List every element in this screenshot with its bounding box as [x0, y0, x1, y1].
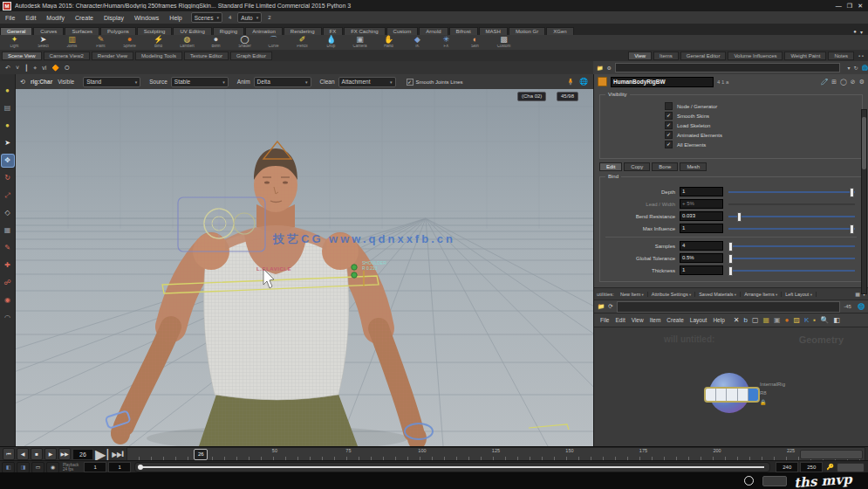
- timeline-ruler[interactable]: 25 50 75 100 125 150 175 200 225: [126, 447, 865, 461]
- auto-combobox[interactable]: Auto▾: [237, 12, 262, 23]
- slider-handle[interactable]: [728, 242, 733, 251]
- shelf-tool-button[interactable]: ▣ Camera: [345, 36, 374, 49]
- shelf-tool-button[interactable]: ⌒ Curve: [259, 36, 288, 49]
- panel-tab[interactable]: Modeling Tools: [135, 52, 182, 60]
- node-name-field[interactable]: HumanBodyRigBW: [611, 77, 714, 87]
- shelf-tool-button[interactable]: ▩ Custom: [489, 36, 518, 49]
- node-toolbar-icon[interactable]: 🔍: [820, 316, 829, 324]
- checkbox-icon[interactable]: [665, 131, 673, 139]
- shelf-tool-button[interactable]: ● Sphere: [115, 36, 144, 49]
- playback-button[interactable]: ▶▶: [58, 448, 71, 460]
- attribute-tab[interactable]: Bone: [652, 162, 678, 171]
- slider-track[interactable]: [728, 224, 855, 232]
- shelf-tab[interactable]: Surfaces: [65, 27, 99, 35]
- folder-icon[interactable]: 📁: [598, 303, 605, 310]
- shader-node[interactable]: InternalRig R8 🔒: [709, 373, 840, 418]
- folder-icon[interactable]: 📁: [597, 65, 604, 71]
- node-toolbar-icon[interactable]: ▪: [813, 316, 816, 324]
- node-toolbar-icon[interactable]: ▢: [752, 316, 759, 324]
- shelf-tab[interactable]: Motion Gr: [509, 27, 545, 35]
- visibility-option[interactable]: Smooth Skins: [665, 112, 858, 120]
- slider-track[interactable]: [728, 266, 855, 274]
- menu-item[interactable]: Display: [99, 15, 129, 21]
- window-button[interactable]: —: [836, 3, 842, 10]
- attribute-header-icon[interactable]: ◯: [840, 79, 847, 86]
- shelf-tab[interactable]: Polygons: [100, 27, 136, 35]
- viewport-combobox[interactable]: Stand▾: [83, 77, 140, 87]
- tool-button[interactable]: ▤: [2, 102, 14, 114]
- shelf-tab[interactable]: Rendering: [284, 27, 322, 35]
- panel-tab[interactable]: Graph Editor: [230, 52, 272, 60]
- attribute-header-icon[interactable]: ⊞: [831, 79, 837, 86]
- shelf-tool-button[interactable]: ◯ Shader: [230, 36, 259, 49]
- slider-value-field[interactable]: + 5%: [680, 199, 723, 209]
- tool-button[interactable]: ◉: [2, 294, 14, 306]
- checkbox-icon[interactable]: [665, 141, 673, 148]
- slider-value-field[interactable]: 1: [680, 265, 723, 275]
- node-menu-item[interactable]: Create: [666, 317, 684, 323]
- shelf-tool-button[interactable]: ✳ FX: [432, 36, 461, 49]
- tool-button[interactable]: ◇: [2, 207, 14, 219]
- viewport-pill-camera[interactable]: (Cha 02): [517, 92, 546, 101]
- tool-button[interactable]: ⤢: [2, 189, 14, 202]
- window-button[interactable]: ✕: [858, 3, 863, 10]
- menu-item[interactable]: Windows: [129, 15, 164, 21]
- checkbox-icon[interactable]: [665, 112, 673, 120]
- attribute-tab[interactable]: Mesh: [680, 162, 707, 171]
- slider-value-field[interactable]: 1: [680, 224, 723, 233]
- anim-end-field[interactable]: 250: [800, 462, 823, 472]
- toolbar-icon[interactable]: ˅: [16, 65, 19, 71]
- current-time-marker[interactable]: 26: [194, 449, 208, 460]
- shelf-tab[interactable]: UV Editing: [173, 27, 211, 35]
- tool-button[interactable]: ☍: [2, 277, 14, 289]
- playback-button[interactable]: ⏮: [3, 448, 15, 460]
- toolbar-icon[interactable]: ⌖: [33, 65, 37, 72]
- shelf-tab[interactable]: Custom: [386, 27, 419, 35]
- tool-button[interactable]: ●: [2, 120, 14, 132]
- shelf-tool-button[interactable]: ◆ IK: [403, 36, 432, 49]
- node-toolbar-icon[interactable]: ▨: [793, 316, 800, 324]
- shelf-tool-button[interactable]: ▥ Joints: [58, 36, 86, 49]
- globe-icon[interactable]: 🌐: [862, 65, 868, 71]
- playback-end-field[interactable]: 240: [776, 462, 798, 472]
- viewport-combobox[interactable]: Delta▾: [254, 77, 311, 87]
- node-menu-item[interactable]: Edit: [615, 317, 625, 323]
- toolbar-icon[interactable]: ┃: [24, 65, 28, 72]
- shelf-tool-button[interactable]: 💧 Drop: [317, 36, 345, 49]
- checkbox-icon[interactable]: [665, 102, 673, 110]
- viewport-combobox[interactable]: Attachment▾: [338, 77, 396, 87]
- scenes-combobox[interactable]: Scenes▾: [191, 12, 222, 23]
- shelf-tab[interactable]: Arnold: [419, 27, 448, 35]
- menu-item[interactable]: Edit: [20, 15, 41, 21]
- attribute-header-icon[interactable]: ⚙: [859, 79, 865, 86]
- bookmark-dropdown[interactable]: Left Layout: [782, 292, 817, 297]
- window-button[interactable]: ❐: [847, 3, 852, 10]
- slider-handle[interactable]: [728, 254, 733, 264]
- slider-handle[interactable]: [728, 266, 733, 276]
- slider-value-field[interactable]: 1: [680, 187, 723, 196]
- shelf-tab[interactable]: FX: [323, 27, 344, 35]
- panel-tab[interactable]: Texture Editor: [184, 52, 229, 60]
- toolbar-icon[interactable]: vi: [42, 65, 46, 71]
- toolbar-icon[interactable]: ⭘: [65, 65, 70, 72]
- panel-tab[interactable]: View: [628, 52, 652, 60]
- shelf-tab[interactable]: Animation: [245, 27, 283, 35]
- history-icon[interactable]: ⟲: [20, 79, 25, 86]
- shelf-tab[interactable]: MASH: [479, 27, 508, 35]
- shelf-tool-button[interactable]: ◐ Skin: [461, 36, 489, 49]
- shelf-tab[interactable]: Sculpting: [137, 27, 173, 35]
- node-menu-item[interactable]: Help: [713, 317, 724, 323]
- attribute-tab[interactable]: Copy: [624, 162, 650, 171]
- visibility-option[interactable]: Node / Generator: [665, 102, 858, 110]
- pin-icon[interactable]: ▪ ▪: [858, 53, 864, 59]
- link-icon[interactable]: ⚙: [607, 65, 612, 71]
- shelf-tool-button[interactable]: ⚡ Bind: [144, 36, 173, 49]
- status-box[interactable]: [762, 476, 787, 486]
- node-toolbar-icon[interactable]: ▣: [774, 316, 781, 324]
- viewport-pill-frames[interactable]: 45/98: [557, 92, 578, 101]
- auto-key-icon[interactable]: 🔑: [826, 464, 834, 471]
- panel-tab[interactable]: Camera View2: [44, 52, 90, 60]
- tool-button[interactable]: ◠: [2, 312, 14, 324]
- slider-track[interactable]: [728, 254, 855, 262]
- shelf-tool-button[interactable]: ◍ Lambert: [173, 36, 202, 49]
